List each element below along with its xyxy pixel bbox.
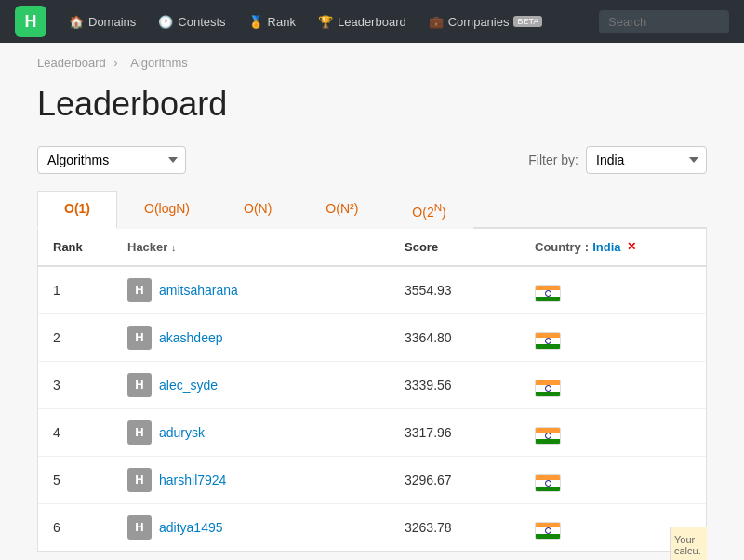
nav-contests[interactable]: 🕐 Contests bbox=[149, 0, 234, 43]
col-rank: Rank bbox=[38, 229, 113, 266]
col-country: Country : India ✕ bbox=[520, 229, 706, 266]
cell-rank: 2 bbox=[38, 313, 113, 361]
hacker-link[interactable]: Haditya1495 bbox=[127, 515, 375, 540]
table-container: Rank Hacker ↓ Score Country : India ✕ bbox=[37, 229, 707, 552]
avatar: H bbox=[127, 515, 152, 540]
filter-left: Algorithms Data Structures Mathematics A… bbox=[37, 146, 186, 174]
country-label: Country bbox=[535, 240, 581, 254]
home-icon: 🏠 bbox=[69, 15, 84, 29]
cell-hacker: Hakashdeep bbox=[113, 313, 390, 361]
cell-hacker: Hharshil7924 bbox=[113, 456, 390, 503]
table-row: 1Hamitsaharana3554.93 bbox=[38, 266, 706, 314]
navbar: H 🏠 Domains 🕐 Contests 🏅 Rank 🏆 Leaderbo… bbox=[0, 0, 744, 43]
nav-companies[interactable]: 💼 Companies BETA bbox=[419, 0, 552, 43]
cell-country bbox=[520, 408, 706, 456]
flag-india bbox=[535, 285, 561, 302]
tab-o2n[interactable]: O(2N) bbox=[385, 191, 472, 229]
nav-companies-label: Companies bbox=[448, 15, 510, 29]
nav-contests-label: Contests bbox=[178, 15, 225, 29]
tab-on2[interactable]: O(N²) bbox=[299, 191, 385, 229]
cell-country bbox=[520, 266, 706, 314]
filter-label: Filter by: bbox=[528, 153, 578, 167]
country-filter-tag: India bbox=[592, 240, 620, 254]
hacker-link[interactable]: Halec_syde bbox=[127, 373, 375, 397]
logo[interactable]: H bbox=[15, 6, 46, 37]
hacker-link[interactable]: Hadurysk bbox=[127, 420, 375, 445]
hacker-label: Hacker bbox=[127, 240, 167, 254]
avatar: H bbox=[127, 326, 152, 350]
hacker-link[interactable]: Hharshil7924 bbox=[127, 468, 375, 492]
country-separator: : bbox=[585, 240, 589, 254]
hacker-link[interactable]: Hakashdeep bbox=[127, 326, 375, 350]
country-select[interactable]: Country India USA China bbox=[586, 146, 707, 174]
briefcase-icon: 💼 bbox=[429, 15, 444, 29]
hacker-name: amitsaharana bbox=[159, 283, 238, 298]
cell-score: 3364.80 bbox=[390, 313, 520, 361]
country-header: Country : India ✕ bbox=[535, 240, 691, 254]
col-hacker[interactable]: Hacker ↓ bbox=[113, 229, 390, 266]
hacker-name: harshil7924 bbox=[159, 473, 226, 487]
tab-ologn[interactable]: O(logN) bbox=[117, 191, 217, 229]
toolbar: Algorithms Data Structures Mathematics A… bbox=[37, 146, 707, 174]
cell-score: 3339.56 bbox=[390, 361, 520, 408]
hacker-name: aditya1495 bbox=[159, 520, 223, 535]
flag-india bbox=[535, 522, 561, 540]
tab-o1[interactable]: O(1) bbox=[37, 191, 117, 229]
flag-india bbox=[535, 474, 561, 492]
cell-score: 3554.93 bbox=[390, 266, 520, 314]
page-content: Leaderboard Algorithms Data Structures M… bbox=[0, 75, 744, 560]
breadcrumb-separator: › bbox=[113, 56, 121, 70]
nav-rank[interactable]: 🏅 Rank bbox=[239, 0, 305, 43]
nav-domains-label: Domains bbox=[88, 15, 136, 29]
table-row: 2Hakashdeep3364.80 bbox=[38, 313, 706, 361]
avatar: H bbox=[127, 373, 152, 397]
flag-india bbox=[535, 427, 561, 445]
country-close-icon[interactable]: ✕ bbox=[627, 240, 636, 253]
cell-rank: 6 bbox=[38, 503, 113, 551]
medal-icon: 🏅 bbox=[248, 15, 263, 29]
search-input[interactable] bbox=[599, 10, 729, 33]
algorithm-select[interactable]: Algorithms Data Structures Mathematics A… bbox=[37, 146, 186, 174]
nav-domains[interactable]: 🏠 Domains bbox=[60, 0, 145, 43]
cell-country bbox=[520, 456, 706, 503]
cell-score: 3317.96 bbox=[390, 408, 520, 456]
clock-icon: 🕐 bbox=[158, 15, 173, 29]
avatar: H bbox=[127, 278, 152, 302]
cell-score: 3296.67 bbox=[390, 456, 520, 503]
side-note: Yourcalcu...all of...Lear... bbox=[670, 527, 707, 560]
main-wrapper: Rank Hacker ↓ Score Country : India ✕ bbox=[37, 229, 707, 552]
breadcrumb-algorithms: Algorithms bbox=[130, 56, 187, 70]
cell-country bbox=[520, 361, 706, 408]
cell-rank: 3 bbox=[38, 361, 113, 408]
table-row: 4Hadurysk3317.96 bbox=[38, 408, 706, 456]
hacker-link[interactable]: Hamitsaharana bbox=[127, 278, 375, 302]
table-row: 5Hharshil79243296.67 bbox=[38, 456, 706, 503]
avatar: H bbox=[127, 420, 152, 445]
nav-leaderboard[interactable]: 🏆 Leaderboard bbox=[309, 0, 416, 43]
breadcrumb-leaderboard[interactable]: Leaderboard bbox=[37, 56, 106, 70]
tab-on[interactable]: O(N) bbox=[217, 191, 299, 229]
cell-hacker: Hadurysk bbox=[113, 408, 390, 456]
flag-india bbox=[535, 380, 561, 397]
col-score: Score bbox=[390, 229, 520, 266]
cell-rank: 5 bbox=[38, 456, 113, 503]
breadcrumb: Leaderboard › Algorithms bbox=[0, 43, 744, 75]
cell-hacker: Hamitsaharana bbox=[113, 266, 390, 314]
avatar: H bbox=[127, 468, 152, 492]
trophy-icon: 🏆 bbox=[318, 15, 333, 29]
cell-hacker: Haditya1495 bbox=[113, 503, 390, 551]
leaderboard-table: Rank Hacker ↓ Score Country : India ✕ bbox=[38, 229, 706, 551]
cell-score: 3263.78 bbox=[390, 503, 520, 551]
cell-rank: 4 bbox=[38, 408, 113, 456]
nav-leaderboard-label: Leaderboard bbox=[338, 15, 406, 29]
table-header-row: Rank Hacker ↓ Score Country : India ✕ bbox=[38, 229, 706, 266]
nav-rank-label: Rank bbox=[268, 15, 296, 29]
page-title: Leaderboard bbox=[37, 85, 707, 124]
flag-india bbox=[535, 332, 561, 350]
table-row: 3Halec_syde3339.56 bbox=[38, 361, 706, 408]
cell-rank: 1 bbox=[38, 266, 113, 314]
table-row: 6Haditya14953263.78 bbox=[38, 503, 706, 551]
hacker-name: alec_syde bbox=[159, 378, 218, 393]
sort-arrow-icon[interactable]: ↓ bbox=[171, 242, 177, 253]
hacker-name: akashdeep bbox=[159, 330, 223, 345]
